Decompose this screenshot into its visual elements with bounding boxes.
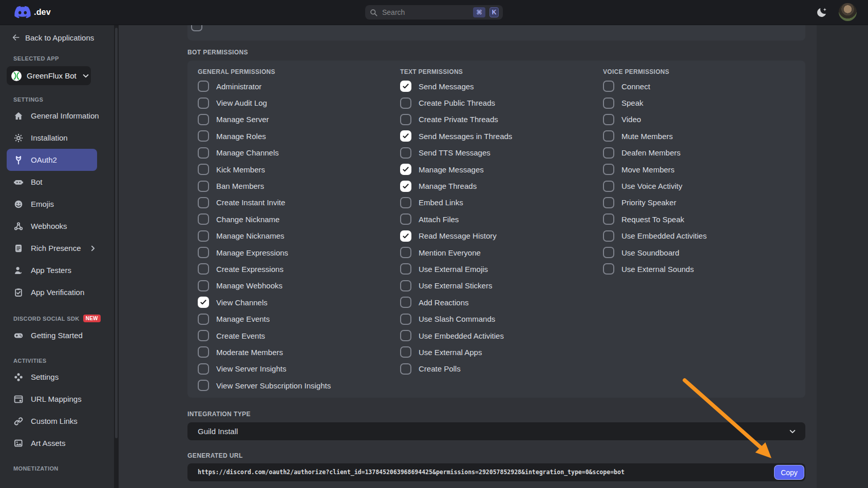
permission-row-send-tts-messages[interactable]: Send TTS Messages [400,145,595,161]
checkbox-unchecked[interactable] [198,363,209,375]
permission-row-speak[interactable]: Speak [603,94,798,111]
checkbox-unchecked[interactable] [400,97,411,109]
permission-row-use-slash-commands[interactable]: Use Slash Commands [400,310,595,327]
checkbox-checked[interactable] [198,297,209,308]
permission-row-use-soundboard[interactable]: Use Soundboard [603,244,798,261]
permission-row-mute-members[interactable]: Mute Members [603,128,798,144]
search-input[interactable]: Search ⌘ K [365,5,503,19]
checkbox-unchecked[interactable] [400,297,411,308]
permission-row-manage-threads[interactable]: Manage Threads [400,178,595,194]
sidebar-item-settings[interactable]: Settings [7,366,97,388]
checkbox-unchecked[interactable] [400,280,411,291]
sidebar-scrollbar[interactable] [114,25,119,488]
sidebar-item-emojis[interactable]: Emojis [7,193,97,215]
permission-row-change-nickname[interactable]: Change Nickname [198,211,393,227]
checkbox-unchecked[interactable] [198,97,209,109]
checkbox-unchecked[interactable] [400,197,411,208]
checkbox-unchecked[interactable] [198,280,209,291]
permission-row-create-public-threads[interactable]: Create Public Threads [400,94,595,111]
sidebar-item-rich-presence[interactable]: Rich Presence [7,237,97,259]
permission-row-connect[interactable]: Connect [603,78,798,94]
checkbox-unchecked[interactable] [603,81,614,92]
permission-row-view-audit-log[interactable]: View Audit Log [198,94,393,111]
checkbox-checked[interactable] [400,81,411,92]
checkbox-unchecked[interactable] [400,363,411,375]
permission-row-ban-members[interactable]: Ban Members [198,178,393,194]
permission-row-view-server-insights[interactable]: View Server Insights [198,361,393,377]
permission-row-kick-members[interactable]: Kick Members [198,161,393,178]
permission-row-manage-messages[interactable]: Manage Messages [400,161,595,178]
copy-button[interactable]: Copy [774,465,804,480]
checkbox-unchecked[interactable] [198,263,209,275]
checkbox-unchecked[interactable] [603,147,614,159]
theme-toggle-moon-icon[interactable] [816,6,828,18]
app-selector-dropdown[interactable]: GreenFlux Bot [7,66,91,85]
checkbox-unchecked[interactable] [198,181,209,192]
sidebar-item-app-verification[interactable]: App Verification [7,281,97,303]
permission-row-move-members[interactable]: Move Members [603,161,798,178]
checkbox-unchecked[interactable] [191,25,202,31]
integration-type-select[interactable]: Guild Install [187,422,805,440]
sidebar-item-oauth2[interactable]: OAuth2 [7,149,97,171]
permission-row-manage-server[interactable]: Manage Server [198,111,393,128]
checkbox-unchecked[interactable] [603,130,614,142]
permission-row-manage-webhooks[interactable]: Manage Webhooks [198,278,393,294]
permission-row-use-embedded-activities[interactable]: Use Embedded Activities [603,228,798,244]
checkbox-unchecked[interactable] [198,197,209,208]
permission-row-create-polls[interactable]: Create Polls [400,361,595,377]
checkbox-unchecked[interactable] [400,213,411,225]
permission-row-use-voice-activity[interactable]: Use Voice Activity [603,178,798,194]
sidebar-item-art-assets[interactable]: Art Assets [7,432,97,454]
permission-row-create-events[interactable]: Create Events [198,327,393,344]
back-to-applications-link[interactable]: Back to Applications [11,33,114,42]
sidebar-item-webhooks[interactable]: Webhooks [7,215,97,237]
checkbox-unchecked[interactable] [198,81,209,92]
checkbox-unchecked[interactable] [400,263,411,275]
checkbox-unchecked[interactable] [198,114,209,125]
checkbox-unchecked[interactable] [198,380,209,391]
checkbox-unchecked[interactable] [400,346,411,358]
permission-row-deafen-members[interactable]: Deafen Members [603,145,798,161]
checkbox-unchecked[interactable] [603,230,614,242]
permission-row-priority-speaker[interactable]: Priority Speaker [603,194,798,211]
permission-row-attach-files[interactable]: Attach Files [400,211,595,227]
checkbox-unchecked[interactable] [400,114,411,125]
scrollbar-thumb[interactable] [115,28,118,438]
checkbox-unchecked[interactable] [198,346,209,358]
checkbox-unchecked[interactable] [198,164,209,175]
permission-row-use-external-apps[interactable]: Use External Apps [400,344,595,360]
checkbox-unchecked[interactable] [603,263,614,275]
permission-row-read-message-history[interactable]: Read Message History [400,228,595,244]
checkbox-unchecked[interactable] [400,314,411,325]
permission-row-embed-links[interactable]: Embed Links [400,194,595,211]
permission-row-use-external-sounds[interactable]: Use External Sounds [603,261,798,277]
checkbox-checked[interactable] [400,230,411,242]
checkbox-unchecked[interactable] [603,247,614,258]
permission-row-send-messages[interactable]: Send Messages [400,78,595,94]
checkbox-unchecked[interactable] [603,164,614,175]
checkbox-checked[interactable] [400,130,411,142]
sidebar-item-url-mappings[interactable]: URL Mappings [7,388,97,410]
checkbox-unchecked[interactable] [603,97,614,109]
permission-row-request-to-speak[interactable]: Request To Speak [603,211,798,227]
permission-row-use-external-stickers[interactable]: Use External Stickers [400,278,595,294]
permission-row-manage-events[interactable]: Manage Events [198,310,393,327]
permission-row-manage-expressions[interactable]: Manage Expressions [198,244,393,261]
sidebar-item-app-testers[interactable]: App Testers [7,259,97,281]
checkbox-unchecked[interactable] [198,314,209,325]
permission-row-video[interactable]: Video [603,111,798,128]
permission-row-administrator[interactable]: Administrator [198,78,393,94]
permission-row-mention-everyone[interactable]: Mention Everyone [400,244,595,261]
checkbox-unchecked[interactable] [603,213,614,225]
checkbox-unchecked[interactable] [198,330,209,341]
checkbox-unchecked[interactable] [400,147,411,159]
checkbox-unchecked[interactable] [400,247,411,258]
permission-row-manage-channels[interactable]: Manage Channels [198,145,393,161]
permission-row-view-channels[interactable]: View Channels [198,294,393,310]
user-avatar[interactable] [839,3,857,21]
checkbox-unchecked[interactable] [603,197,614,208]
permission-row-manage-nicknames[interactable]: Manage Nicknames [198,228,393,244]
checkbox-unchecked[interactable] [198,147,209,159]
checkbox-unchecked[interactable] [198,130,209,142]
sidebar-item-custom-links[interactable]: Custom Links [7,410,97,432]
